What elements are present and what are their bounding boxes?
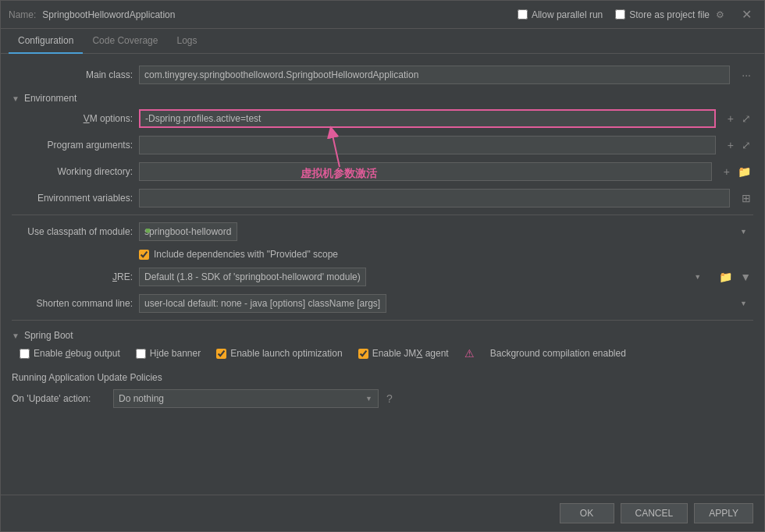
module-select[interactable]: springboot-helloword bbox=[139, 222, 237, 241]
allow-parallel-run-checkbox[interactable] bbox=[518, 9, 528, 20]
env-variables-label: Environment variables: bbox=[12, 193, 133, 204]
use-classpath-label: Use classpath of module: bbox=[12, 226, 133, 237]
env-variables-input[interactable] bbox=[139, 189, 730, 207]
on-update-action-select-wrapper: Do nothingUpdate classes and resourcesHo… bbox=[113, 389, 379, 408]
include-dependencies-row: Include dependencies with "Provided" sco… bbox=[12, 245, 753, 264]
on-update-action-label: On 'Update' action: bbox=[12, 393, 105, 404]
enable-launch-optimization-text: Enable launch optimization bbox=[230, 348, 342, 359]
module-select-wrapper: springboot-helloword ■ bbox=[139, 222, 753, 241]
main-class-input[interactable] bbox=[139, 66, 730, 84]
program-arguments-input[interactable] bbox=[139, 136, 716, 154]
store-as-project-label[interactable]: Store as project file ⚙ bbox=[615, 9, 724, 20]
main-class-row: Main class: ··· bbox=[12, 62, 753, 88]
separator-1 bbox=[12, 215, 753, 215]
working-directory-folder-button[interactable]: 📁 bbox=[735, 165, 753, 179]
main-class-label: Main class: bbox=[12, 69, 133, 80]
cancel-button[interactable]: CANCEL bbox=[621, 503, 688, 523]
ok-button[interactable]: OK bbox=[560, 503, 614, 523]
on-update-action-row: On 'Update' action: Do nothingUpdate cla… bbox=[12, 386, 753, 411]
separator-2 bbox=[12, 320, 753, 321]
shorten-command-row: Shorten command line: user-local default… bbox=[12, 290, 753, 317]
on-update-action-select[interactable]: Do nothingUpdate classes and resourcesHo… bbox=[113, 389, 379, 408]
gear-icon[interactable]: ⚙ bbox=[716, 9, 724, 20]
enable-launch-optimization-label[interactable]: Enable launch optimization bbox=[216, 348, 342, 359]
shorten-command-select-wrapper: user-local default: none - java [options… bbox=[139, 294, 753, 313]
program-arguments-row: Program arguments: + ⤢ bbox=[12, 132, 753, 158]
jre-label: JRE: bbox=[12, 271, 133, 282]
env-variables-actions: ⊞ bbox=[739, 191, 753, 205]
warning-icon: ⚠ bbox=[464, 347, 475, 360]
vm-options-actions: + ⤢ bbox=[725, 112, 753, 126]
env-variables-edit-button[interactable]: ⊞ bbox=[739, 191, 753, 205]
vm-input-wrapper bbox=[139, 109, 716, 128]
enable-debug-output-label[interactable]: Enable debug output bbox=[20, 348, 120, 359]
jre-row: JRE: Default (1.8 - SDK of 'springboot-h… bbox=[12, 264, 753, 290]
tab-logs[interactable]: Logs bbox=[167, 29, 206, 54]
enable-debug-output-text: Enable debug output bbox=[34, 348, 120, 359]
program-arguments-add-button[interactable]: + bbox=[725, 138, 736, 152]
shorten-command-label: Shorten command line: bbox=[12, 298, 133, 309]
environment-section-header: ▼ Environment bbox=[12, 88, 753, 105]
env-variables-row: Environment variables: ⊞ bbox=[12, 185, 753, 211]
title-bar-left: Name: SpringbootHellowordApplication bbox=[9, 9, 175, 20]
hide-banner-text: Hide banner bbox=[150, 348, 201, 359]
program-arguments-label: Program arguments: bbox=[12, 140, 133, 151]
store-as-project-text: Store as project file bbox=[629, 9, 710, 20]
main-class-actions: ··· bbox=[739, 68, 753, 82]
update-policies-title: Running Application Update Policies bbox=[12, 369, 753, 386]
run-config-dialog: Name: SpringbootHellowordApplication All… bbox=[0, 0, 765, 532]
springboot-checkboxes: Enable debug output Hide banner Enable l… bbox=[12, 342, 753, 364]
dialog-footer: OK CANCEL APPLY bbox=[1, 495, 764, 531]
enable-debug-output-checkbox[interactable] bbox=[20, 349, 30, 359]
apply-button[interactable]: APPLY bbox=[694, 503, 753, 523]
content-area: Main class: ··· ▼ Environment VM options… bbox=[1, 54, 764, 495]
springboot-label: Spring Boot bbox=[24, 330, 73, 341]
jre-actions: 📁 ▼ bbox=[717, 270, 753, 284]
working-directory-input[interactable] bbox=[139, 162, 712, 181]
tab-configuration[interactable]: Configuration bbox=[9, 29, 83, 54]
vm-options-row: VM options: + ⤢ bbox=[12, 105, 753, 132]
vm-options-label-text: VM options: bbox=[84, 113, 133, 124]
vm-options-label: VM options: bbox=[12, 113, 133, 124]
include-dependencies-checkbox[interactable] bbox=[139, 250, 149, 260]
springboot-toggle[interactable]: ▼ bbox=[12, 332, 20, 340]
program-arguments-expand-button[interactable]: ⤢ bbox=[739, 138, 753, 152]
enable-jmx-agent-checkbox[interactable] bbox=[358, 349, 368, 359]
working-directory-add-button[interactable]: + bbox=[721, 165, 732, 179]
close-button[interactable]: ✕ bbox=[737, 5, 756, 23]
hide-banner-label[interactable]: Hide banner bbox=[136, 348, 201, 359]
working-directory-row: Working directory: + 📁 bbox=[12, 158, 753, 185]
name-label: Name: bbox=[9, 9, 36, 20]
springboot-section: ▼ Spring Boot Enable debug output Hide b… bbox=[12, 325, 753, 416]
environment-label: Environment bbox=[24, 93, 76, 104]
program-arguments-actions: + ⤢ bbox=[725, 138, 753, 152]
title-bar: Name: SpringbootHellowordApplication All… bbox=[1, 1, 764, 29]
main-class-more-button[interactable]: ··· bbox=[739, 68, 753, 82]
update-policies-section: Running Application Update Policies On '… bbox=[12, 364, 753, 416]
jre-dropdown-button[interactable]: ▼ bbox=[738, 270, 753, 284]
environment-toggle[interactable]: ▼ bbox=[12, 94, 20, 103]
allow-parallel-run-label[interactable]: Allow parallel run bbox=[518, 9, 603, 20]
tabs-bar: Configuration Code Coverage Logs bbox=[1, 29, 764, 54]
help-icon[interactable]: ? bbox=[386, 392, 393, 405]
title-bar-right: Allow parallel run Store as project file… bbox=[518, 5, 756, 23]
use-classpath-row: Use classpath of module: springboot-hell… bbox=[12, 218, 753, 245]
include-dependencies-label: Include dependencies with "Provided" sco… bbox=[154, 249, 338, 260]
bg-compilation-text: Background compilation enabled bbox=[490, 348, 626, 359]
working-directory-actions: + 📁 bbox=[721, 165, 753, 179]
jre-folder-button[interactable]: 📁 bbox=[717, 270, 735, 284]
config-name-value: SpringbootHellowordApplication bbox=[42, 9, 175, 20]
enable-jmx-agent-label[interactable]: Enable JMX agent bbox=[358, 348, 449, 359]
springboot-section-header: ▼ Spring Boot bbox=[12, 325, 753, 342]
jre-select[interactable]: Default (1.8 - SDK of 'springboot-hellow… bbox=[139, 268, 366, 286]
hide-banner-checkbox[interactable] bbox=[136, 349, 146, 359]
working-directory-label: Working directory: bbox=[12, 166, 133, 177]
tab-code-coverage[interactable]: Code Coverage bbox=[83, 29, 167, 54]
shorten-command-select[interactable]: user-local default: none - java [options… bbox=[139, 294, 386, 313]
enable-launch-optimization-checkbox[interactable] bbox=[216, 349, 226, 359]
allow-parallel-run-text: Allow parallel run bbox=[532, 9, 603, 20]
vm-options-add-button[interactable]: + bbox=[725, 112, 736, 126]
store-as-project-checkbox[interactable] bbox=[615, 9, 625, 20]
vm-options-expand-button[interactable]: ⤢ bbox=[739, 112, 753, 126]
vm-options-input[interactable] bbox=[139, 109, 716, 128]
